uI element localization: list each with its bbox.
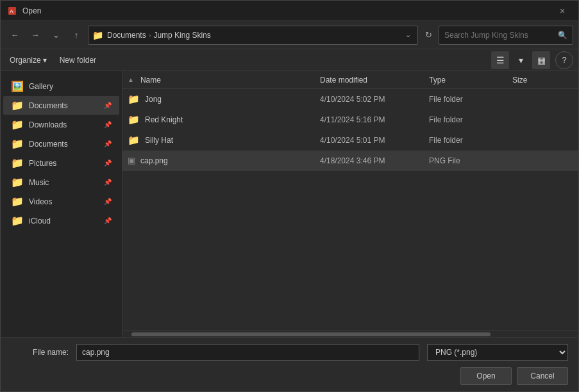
breadcrumb-folder: Jump King Skins <box>153 31 210 40</box>
sidebar-item-documents[interactable]: 📁 Documents 📌 <box>3 96 119 115</box>
back-button[interactable]: ← <box>6 26 24 44</box>
col-type-header[interactable]: Type <box>429 76 512 85</box>
sidebar-label-videos: Videos <box>29 197 99 206</box>
sidebar-label-pictures: Pictures <box>29 159 99 168</box>
file-cell-name-sillyhat: 📁 Silly Hat <box>128 135 320 146</box>
close-button[interactable]: × <box>553 1 572 20</box>
search-box[interactable]: 🔍 <box>439 26 573 45</box>
sidebar-item-documents2[interactable]: 📁 Documents 📌 <box>3 135 119 153</box>
file-cell-name-cappng: ▣ cap.png <box>128 156 320 165</box>
pin-icon-downloads: 📌 <box>104 121 112 128</box>
file-row-jong[interactable]: 📁 Jong 4/10/2024 5:02 PM File folder <box>122 89 578 110</box>
search-icon: 🔍 <box>558 31 567 40</box>
organize-button[interactable]: Organize ▾ <box>6 53 51 67</box>
refresh-button[interactable]: ↻ <box>421 28 436 43</box>
gallery-icon: 🖼️ <box>11 80 24 92</box>
pin-icon-videos: 📌 <box>104 198 112 205</box>
breadcrumb: Documents › Jump King Skins <box>107 31 399 40</box>
folder-icon-sillyhat: 📁 <box>128 135 140 146</box>
png-icon-cappng: ▣ <box>128 156 135 165</box>
address-dropdown-button[interactable]: ⌄ <box>403 31 414 39</box>
file-row-sillyhat[interactable]: 📁 Silly Hat 4/10/2024 5:01 PM File folde… <box>122 130 578 151</box>
sidebar-item-pictures[interactable]: 📁 Pictures 📌 <box>3 154 119 172</box>
downloads-icon: 📁 <box>11 118 24 131</box>
folder-icon-redknight: 📁 <box>128 114 140 126</box>
pin-icon-icloud: 📌 <box>104 217 112 224</box>
sidebar-label-icloud: iCloud <box>29 216 99 225</box>
up-button[interactable]: ↑ <box>67 26 85 44</box>
documents-icon: 📁 <box>11 99 24 111</box>
svg-text:A: A <box>10 8 13 15</box>
file-cell-name-redknight: 📁 Red Knight <box>128 114 320 126</box>
icloud-icon: 📁 <box>11 215 24 227</box>
search-input[interactable] <box>444 31 554 40</box>
pictures-icon: 📁 <box>11 157 24 169</box>
breadcrumb-documents: Documents <box>107 31 146 40</box>
command-toolbar: Organize ▾ New folder ☰ ▾ ▦ ? <box>1 49 578 71</box>
sidebar-item-music[interactable]: 📁 Music 📌 <box>3 173 119 192</box>
view-controls: ☰ ▾ ▦ <box>491 51 550 69</box>
sort-arrow: ▲ <box>128 76 134 83</box>
column-header: ▲ Name Date modified Type Size <box>122 71 578 89</box>
dropdown-button[interactable]: ⌄ <box>47 26 65 44</box>
sidebar-label-gallery: Gallery <box>29 82 112 91</box>
address-bar[interactable]: 📁 Documents › Jump King Skins ⌄ <box>88 26 418 45</box>
dialog-title: Open <box>22 6 553 15</box>
new-folder-button[interactable]: New folder <box>56 53 100 67</box>
help-button[interactable]: ? <box>555 51 573 69</box>
file-cell-date-sillyhat: 4/10/2024 5:01 PM <box>320 136 429 145</box>
file-cell-date-cappng: 4/18/2024 3:46 PM <box>320 156 429 165</box>
file-row-redknight[interactable]: 📁 Red Knight 4/11/2024 5:16 PM File fold… <box>122 110 578 130</box>
sidebar-label-documents: Documents <box>29 101 99 110</box>
sidebar-item-icloud[interactable]: 📁 iCloud 📌 <box>3 211 119 230</box>
breadcrumb-separator: › <box>149 31 151 39</box>
view-dropdown-button[interactable]: ▾ <box>512 51 530 69</box>
filetype-select[interactable]: PNG (*.png) All Files (*.*) <box>427 344 568 361</box>
sidebar-item-gallery[interactable]: 🖼️ Gallery <box>3 77 119 95</box>
hscroll-thumb[interactable] <box>131 332 491 336</box>
col-date-header[interactable]: Date modified <box>320 76 429 85</box>
sidebar-label-documents2: Documents <box>29 140 99 149</box>
open-button[interactable]: Open <box>460 367 512 385</box>
nav-toolbar: ← → ⌄ ↑ 📁 Documents › Jump King Skins ⌄ … <box>1 21 578 49</box>
pin-icon-documents: 📌 <box>104 102 112 109</box>
file-cell-date-redknight: 4/11/2024 5:16 PM <box>320 115 429 124</box>
title-bar: A Open × <box>1 1 578 21</box>
music-icon: 📁 <box>11 176 24 188</box>
folder-icon-jong: 📁 <box>128 94 140 105</box>
view-list-button[interactable]: ☰ <box>491 51 509 69</box>
file-cell-type-cappng: PNG File <box>429 156 512 165</box>
file-list: 📁 Jong 4/10/2024 5:02 PM File folder 📁 R… <box>122 89 578 331</box>
app-icon: A <box>7 6 17 16</box>
horizontal-scrollbar[interactable] <box>122 331 578 337</box>
forward-button[interactable]: → <box>26 26 44 44</box>
col-size-header[interactable]: Size <box>512 76 527 85</box>
pane-button[interactable]: ▦ <box>532 51 550 69</box>
file-cell-date-jong: 4/10/2024 5:02 PM <box>320 95 429 104</box>
pin-icon-music: 📌 <box>104 179 112 186</box>
bottom-bar: File name: PNG (*.png) All Files (*.*) O… <box>1 337 578 391</box>
sidebar: 🖼️ Gallery 📁 Documents 📌 📁 Downloads 📌 📁… <box>1 71 122 337</box>
col-name-header[interactable]: ▲ Name <box>128 76 320 85</box>
file-cell-name-jong: 📁 Jong <box>128 94 320 105</box>
file-cell-type-sillyhat: File folder <box>429 136 512 145</box>
main-content: 🖼️ Gallery 📁 Documents 📌 📁 Downloads 📌 📁… <box>1 71 578 337</box>
file-cell-type-jong: File folder <box>429 95 512 104</box>
pin-icon-documents2: 📌 <box>104 140 112 147</box>
sidebar-item-downloads[interactable]: 📁 Downloads 📌 <box>3 115 119 134</box>
filename-label: File name: <box>11 348 69 357</box>
filename-row: File name: PNG (*.png) All Files (*.*) <box>11 344 568 361</box>
pin-icon-pictures: 📌 <box>104 159 112 167</box>
videos-icon: 📁 <box>11 195 24 208</box>
file-row-cappng[interactable]: ▣ cap.png 4/18/2024 3:46 PM PNG File <box>122 151 578 171</box>
open-dialog: A Open × ← → ⌄ ↑ 📁 Documents › Jump King… <box>0 0 579 392</box>
buttons-row: Open Cancel <box>11 367 568 385</box>
cancel-button[interactable]: Cancel <box>517 367 568 385</box>
sidebar-label-downloads: Downloads <box>29 120 99 129</box>
file-list-container: ▲ Name Date modified Type Size 📁 Jong 4/… <box>122 71 578 337</box>
filename-input[interactable] <box>76 344 419 361</box>
sidebar-item-videos[interactable]: 📁 Videos 📌 <box>3 192 119 211</box>
sidebar-label-music: Music <box>29 178 99 187</box>
documents2-icon: 📁 <box>11 138 24 150</box>
file-cell-type-redknight: File folder <box>429 115 512 124</box>
